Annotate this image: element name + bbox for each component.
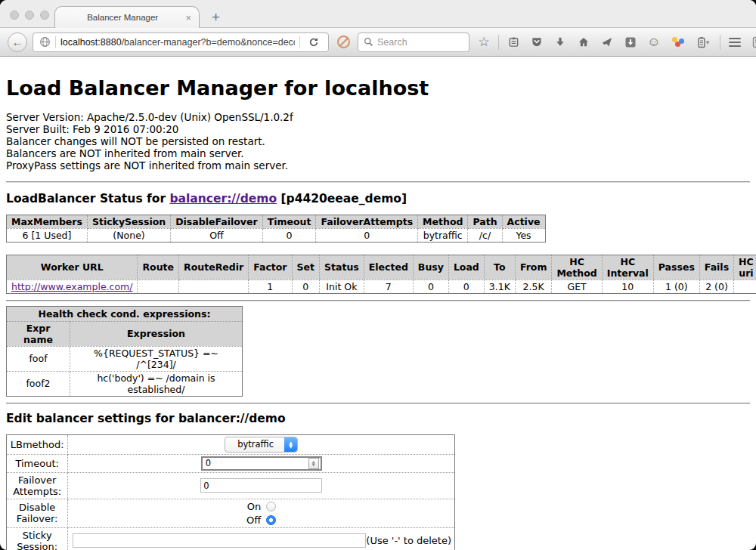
server-version-line: Server Version: Apache/2.5.0-dev (Unix) … — [6, 112, 750, 124]
health-row-foof: foof %{REQUEST_STATUS} =~ /^[234]/ — [7, 346, 243, 371]
divider-2 — [6, 300, 750, 301]
timeout-label: Timeout: — [7, 454, 68, 472]
url-domain: localhost:8880 — [60, 37, 122, 48]
downloads-icon[interactable] — [551, 33, 569, 51]
send-plane-icon[interactable] — [598, 33, 616, 51]
status-heading: LoadBalancer Status for balancer://demo … — [6, 192, 750, 205]
url-text[interactable]: localhost:8880/balancer-manager?b=demo&n… — [60, 37, 295, 48]
reload-icon[interactable] — [305, 33, 323, 51]
page-content: Load Balancer Manager for localhost Serv… — [0, 57, 756, 550]
balancer-demo-link[interactable]: balancer://demo — [169, 192, 277, 205]
health-header-row: Expr name Expression — [7, 321, 243, 346]
lbmethod-select[interactable]: bytraffic ▲▼ — [225, 437, 298, 453]
toolbar-divider-2 — [720, 35, 720, 50]
url-path: /balancer-manager?b=demo&nonce=decc37be-… — [122, 37, 295, 48]
edit-settings-heading: Edit balancer settings for balancer://de… — [6, 412, 750, 425]
tab-bar: Balancer Manager × + — [0, 0, 756, 28]
failover-on-radio[interactable] — [266, 502, 276, 511]
reading-list-icon[interactable] — [504, 33, 522, 51]
search-placeholder: Search — [377, 37, 407, 48]
failover-attempts-label: Failover Attempts: — [7, 472, 68, 499]
proxypass-note-line: ProxyPass settings are NOT inherited fro… — [6, 160, 750, 172]
sticky-session-input[interactable] — [73, 533, 366, 548]
disable-failover-row: Disable Failover: On Off — [7, 499, 455, 527]
url-divider-2 — [299, 36, 300, 48]
timeout-input[interactable]: 0 ▲▼ — [201, 456, 322, 471]
worker-data-row: http://www.example.com/ 1 0 Init Ok 7 0 … — [7, 280, 756, 293]
colored-dots-extension-icon[interactable] — [668, 33, 686, 51]
back-button[interactable]: ← — [8, 32, 27, 52]
params-header-row: MaxMembers StickySession DisableFailover… — [7, 215, 546, 228]
select-stepper-icon: ▲▼ — [284, 437, 297, 452]
lbmethod-label: LBmethod: — [7, 434, 68, 454]
failover-attempts-row: Failover Attempts: — [7, 472, 455, 499]
download-box-icon[interactable] — [621, 33, 640, 51]
page-title: Load Balancer Manager for localhost — [6, 76, 750, 100]
url-bar[interactable]: localhost:8880/balancer-manager?b=demo&n… — [33, 32, 329, 52]
health-row-foof2: foof2 hc('body') =~ /domain is establish… — [7, 371, 243, 396]
search-bar[interactable]: Search — [358, 32, 469, 52]
browser-window: Balancer Manager × + ← localhost:8880/ba… — [0, 0, 756, 550]
divider-3 — [6, 403, 750, 404]
hamburger-menu-icon[interactable] — [726, 33, 744, 51]
lbmethod-row: LBmethod: bytraffic ▲▼ — [7, 434, 455, 454]
workers-header-row: Worker URL Route RouteRedir Factor Set S… — [7, 255, 756, 280]
divider — [6, 181, 750, 183]
failover-attempts-input[interactable] — [200, 478, 322, 493]
content-blocked-icon[interactable] — [334, 33, 352, 51]
health-check-table: Health check cond. expressions: Expr nam… — [6, 306, 243, 397]
battery-extension-icon[interactable]: ▾ — [692, 33, 714, 51]
pocket-icon[interactable] — [528, 33, 546, 51]
workers-table: Worker URL Route RouteRedir Factor Set S… — [6, 255, 756, 294]
number-stepper-icon[interactable]: ▲▼ — [308, 458, 319, 469]
close-window-button[interactable] — [10, 11, 19, 20]
params-data-row: 6 [1 Used] (None) Off 0 0 bytraffic /c/ … — [7, 228, 546, 242]
on-label: On — [246, 501, 261, 512]
server-built-line: Server Built: Feb 9 2016 07:00:20 — [6, 124, 750, 136]
toolbar-divider — [498, 35, 499, 50]
health-table-title: Health check cond. expressions: — [7, 306, 243, 321]
url-divider — [55, 36, 56, 48]
inherit-note-line: Balancers are NOT inherited from main se… — [6, 148, 750, 160]
minimize-window-button[interactable] — [25, 11, 34, 20]
new-tab-button[interactable]: + — [212, 10, 220, 24]
tile-grid-extension-icon[interactable] — [749, 33, 756, 51]
globe-icon — [39, 33, 51, 51]
timeout-row: Timeout: 0 ▲▼ — [7, 454, 455, 472]
smiley-feedback-icon[interactable]: ☺ — [645, 33, 663, 51]
sticky-session-label: Sticky Session: — [7, 527, 68, 550]
off-label: Off — [246, 514, 261, 526]
home-icon[interactable] — [575, 33, 593, 51]
balancer-params-table: MaxMembers StickySession DisableFailover… — [6, 215, 546, 243]
tab-title: Balancer Manager — [61, 13, 184, 22]
search-icon — [364, 37, 373, 47]
back-arrow-icon: ← — [12, 36, 23, 48]
worker-url-link[interactable]: http://www.example.com/ — [11, 281, 132, 292]
persist-note-line: Balancer changes will NOT be persisted o… — [6, 136, 750, 148]
tab-balancer-manager[interactable]: Balancer Manager × — [54, 6, 200, 28]
navigation-toolbar: ← localhost:8880/balancer-manager?b=demo… — [0, 28, 756, 57]
edit-balancer-form: LBmethod: bytraffic ▲▼ Timeout: 0 ▲▼ — [6, 434, 455, 550]
window-controls — [10, 11, 49, 20]
sticky-session-row: Sticky Session: (Use '-' to delete) — [7, 527, 455, 550]
zoom-window-button[interactable] — [40, 11, 49, 20]
disable-failover-label: Disable Failover: — [7, 499, 68, 527]
failover-off-radio[interactable] — [266, 515, 276, 525]
sticky-session-hint: (Use '-' to delete) — [366, 535, 451, 546]
dropdown-caret-icon: ▾ — [706, 39, 710, 46]
tab-close-icon[interactable]: × — [184, 13, 193, 23]
bookmark-star-icon[interactable]: ☆ — [475, 33, 493, 51]
